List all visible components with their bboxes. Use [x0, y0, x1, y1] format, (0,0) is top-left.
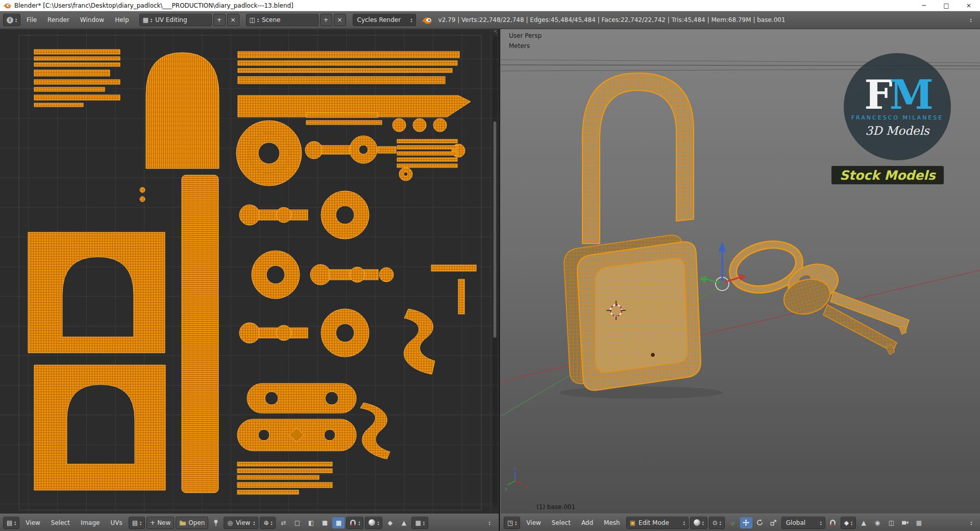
plus-icon: +	[217, 16, 222, 23]
maximize-button[interactable]: □	[935, 0, 958, 11]
uv-draw-texture-button[interactable]: ▦	[332, 517, 345, 528]
uv-layers-dropdown[interactable]: ▦	[411, 517, 428, 529]
header-collapse-icon[interactable]	[965, 14, 977, 26]
edit-mode-icon: ▣	[630, 520, 635, 526]
uv-sync-selection-toggle[interactable]: ⇄	[277, 517, 289, 528]
menu-render[interactable]: Render	[43, 16, 74, 23]
chevron-updown-icon	[14, 520, 16, 525]
uv-menu-image[interactable]: Image	[76, 519, 105, 526]
occlude-icon: ◫	[888, 519, 894, 526]
chevron-updown-icon	[851, 520, 852, 525]
editor-type-button-info[interactable]	[3, 14, 20, 26]
manipulator-toggle-button[interactable]	[726, 517, 739, 528]
studio-tagline: 3D Models	[865, 124, 929, 137]
menu-window[interactable]: Window	[76, 16, 109, 23]
fm-letter-m: M	[890, 71, 930, 118]
uv-editor-canvas[interactable]	[0, 29, 499, 514]
add-scene-button[interactable]: +	[320, 14, 332, 26]
mode-dropdown[interactable]: ▣ Edit Mode	[626, 517, 689, 529]
uv-draw-outline-button[interactable]: □	[291, 517, 303, 528]
view-mode-icon: ◎	[227, 520, 232, 526]
pivot-point-dropdown[interactable]: ⊙	[709, 517, 725, 529]
manipulator-scale-button[interactable]	[768, 517, 780, 528]
stock-models-label: Stock Models	[840, 168, 936, 183]
uv-vertical-scrollbar[interactable]	[493, 36, 497, 506]
v3d-menu-mesh[interactable]: Mesh	[599, 519, 625, 526]
close-button[interactable]: ×	[958, 0, 980, 11]
3d-view-icon: ◳	[507, 520, 513, 526]
delete-layout-button[interactable]: ×	[227, 14, 239, 26]
chevron-updown-icon	[683, 520, 685, 525]
uv-view-mode-value: View	[235, 519, 251, 526]
prop-edit-icon: ◉	[875, 519, 880, 526]
render-opengl-button[interactable]	[899, 517, 911, 528]
diamond-icon: ◆	[388, 519, 393, 526]
padlock-front-panel[interactable]	[596, 258, 688, 373]
snap-element-dropdown[interactable]: ◆	[841, 517, 856, 529]
plus-icon: +	[324, 16, 329, 23]
chevron-updown-icon	[820, 520, 822, 525]
snap-toggle-button[interactable]	[827, 517, 839, 528]
fm-letter-f: F	[864, 71, 889, 118]
viewport-shading-dropdown[interactable]	[690, 517, 707, 529]
open-image-button[interactable]: Open	[176, 517, 208, 529]
square-grid-icon: ▦	[336, 519, 341, 526]
triangle-icon: ▲	[861, 519, 866, 526]
scene-selector[interactable]: ◫ Scene	[246, 14, 318, 26]
uv-draw-solid-button[interactable]: ■	[318, 517, 331, 528]
editor-type-button-3d[interactable]: ◳	[504, 517, 520, 529]
pin-icon[interactable]	[210, 517, 222, 528]
header-collapse-icon[interactable]	[965, 517, 977, 528]
scrollbar-thumb[interactable]	[493, 121, 497, 339]
pivot-icon: ⊕	[263, 520, 268, 526]
uv-draw-dash-button[interactable]: ◧	[305, 517, 317, 528]
fm-logo: FM	[864, 77, 930, 113]
delete-scene-button[interactable]: ×	[334, 14, 346, 26]
uv-snap-target-button[interactable]: ▲	[398, 517, 410, 528]
uv-menu-select[interactable]: Select	[46, 519, 75, 526]
minimize-button[interactable]: ─	[913, 0, 935, 11]
viewport-3d-header: ◳ View Select Add Mesh ▣ Edit Mode ⊙	[501, 514, 980, 531]
manipulator-translate-button[interactable]	[740, 517, 752, 528]
orientation-value: Global	[785, 519, 818, 526]
info-header: File Render Window Help ▦ UV Editing + ×…	[0, 11, 980, 29]
uv-pivot-dropdown[interactable]: ⊕	[260, 517, 276, 529]
v3d-menu-select[interactable]: Select	[547, 519, 575, 526]
uv-view-mode-dropdown[interactable]: ◎ View	[224, 517, 258, 529]
uv-proportional-edit-dropdown[interactable]	[365, 517, 382, 529]
orientation-dropdown[interactable]: Global	[781, 517, 825, 529]
menu-file[interactable]: File	[22, 16, 41, 23]
active-object-overlay: (1) base.001	[536, 503, 575, 511]
editor-areas: ▤ View Select Image UVs ▤ + New	[0, 29, 980, 531]
image-browse-button[interactable]: ▤	[129, 517, 145, 529]
sync-icon: ⇄	[281, 519, 286, 526]
uv-editor-header: ▤ View Select Image UVs ▤ + New	[0, 514, 499, 531]
render-engine-selector[interactable]: Cycles Render	[353, 14, 416, 26]
new-image-button[interactable]: + New	[146, 517, 174, 529]
uv-snap-dropdown[interactable]	[346, 517, 363, 529]
layout-grid-icon: ▦	[143, 17, 149, 23]
menu-help[interactable]: Help	[110, 16, 133, 23]
uv-menu-uvs[interactable]: UVs	[106, 519, 127, 526]
grid-icon: ▦	[415, 520, 421, 526]
manipulator-rotate-button[interactable]	[754, 517, 766, 528]
editor-type-button-image[interactable]: ▤	[3, 517, 19, 529]
chevron-updown-icon	[411, 17, 412, 22]
uv-menu-view[interactable]: View	[21, 519, 44, 526]
chevron-updown-icon	[257, 17, 259, 22]
screen-layout-selector[interactable]: ▦ UV Editing	[139, 14, 212, 26]
add-layout-button[interactable]: +	[213, 14, 226, 26]
v3d-menu-view[interactable]: View	[522, 519, 545, 526]
v3d-menu-add[interactable]: Add	[577, 519, 598, 526]
render-animation-button[interactable]: ▦	[913, 517, 925, 528]
snap-target-button[interactable]: ▲	[857, 517, 870, 528]
proportional-edit-button[interactable]: ◉	[871, 517, 884, 528]
occlude-geometry-button[interactable]: ◫	[885, 517, 897, 528]
uv-snap-element-button[interactable]: ◆	[384, 517, 396, 528]
open-image-label: Open	[188, 519, 205, 526]
header-collapse-icon[interactable]	[483, 517, 496, 528]
axis-icon	[729, 519, 736, 526]
viewport-3d-canvas[interactable]: y x z User Persp Meters (1) base.001 FM …	[501, 29, 980, 514]
plus-icon: +	[150, 519, 155, 526]
mode-value: Edit Mode	[638, 519, 681, 526]
